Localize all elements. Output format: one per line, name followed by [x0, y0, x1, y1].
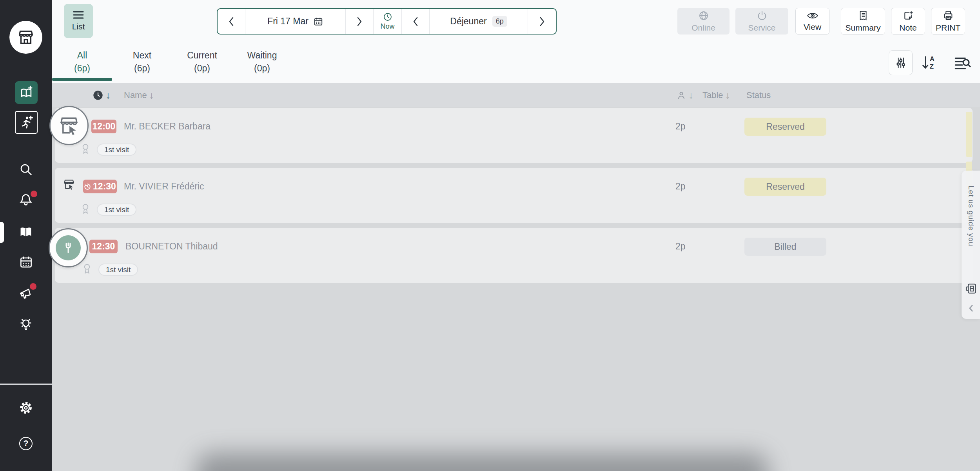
prev-service-button[interactable] [402, 9, 430, 34]
notification-dot [31, 191, 37, 197]
status-badge[interactable]: Reserved [744, 178, 826, 196]
medal-icon [82, 262, 93, 275]
time-label: 12:30 [92, 241, 115, 252]
name-header-label: Name [124, 90, 147, 100]
reservation-row[interactable]: 12:30 BOURNETON Thibaud 2p Billed 1st vi… [55, 228, 973, 283]
table-header-col[interactable]: Table ↓ [702, 90, 730, 101]
chevron-left-icon[interactable] [967, 303, 975, 313]
restaurant-logo[interactable] [9, 21, 42, 54]
tab-waiting[interactable]: Waiting (0p) [232, 43, 292, 80]
sort-button[interactable]: A Z [920, 54, 937, 71]
sort-arrow-icon: ↓ [726, 90, 730, 101]
next-day-button[interactable] [346, 9, 374, 34]
status-badge[interactable]: Reserved [744, 118, 826, 136]
service-covers-badge: 6p [492, 16, 507, 27]
reservation-app: { "topbar": { "list_label": "List", "dat… [0, 0, 980, 471]
sidebar: ? [0, 0, 52, 471]
online-button[interactable]: Online [677, 8, 730, 35]
sidebar-item-insights[interactable] [0, 316, 52, 332]
tab-label: Waiting [247, 50, 277, 61]
covers-header[interactable]: ↓ [676, 90, 693, 101]
sidebar-item-search[interactable] [0, 162, 52, 176]
add-walkin-button[interactable] [15, 111, 38, 134]
service-button[interactable]: Service [735, 8, 788, 35]
covers-value: 2p [675, 121, 686, 132]
active-tab-underline [52, 78, 112, 81]
tab-count: (6p) [74, 63, 90, 74]
online-label: Online [691, 23, 715, 33]
tab-current[interactable]: Current (0p) [172, 43, 232, 80]
sidebar-item-calendar[interactable] [0, 255, 52, 269]
current-date[interactable]: Fri 17 Mar [245, 9, 346, 34]
name-header[interactable]: Name ↓ [124, 90, 154, 101]
svg-text:Z: Z [930, 63, 934, 70]
tab-all[interactable]: All (6p) [52, 43, 112, 80]
calendar-icon [19, 255, 33, 269]
tab-label: Next [133, 50, 151, 61]
summary-label: Summary [846, 23, 881, 33]
reservation-row[interactable]: 12:30 Mr. VIVIER Frédéric 2p Reserved 1s… [55, 168, 973, 223]
sort-arrow-icon: ↓ [149, 90, 154, 101]
print-button[interactable]: PRINT [931, 8, 965, 35]
prev-day-button[interactable] [218, 9, 245, 34]
chevron-right-icon [539, 16, 545, 27]
search-list-button[interactable] [954, 55, 971, 71]
tab-next[interactable]: Next (6p) [112, 43, 172, 80]
time-badge: 12:00 [91, 120, 116, 133]
add-reservation-button[interactable] [15, 81, 38, 104]
thefork-icon [56, 235, 81, 260]
print-label: PRINT [936, 23, 960, 33]
guide-book-icon[interactable] [965, 283, 977, 295]
now-label: Now [380, 22, 394, 31]
service-label: Service [748, 23, 775, 33]
view-button[interactable]: View [795, 8, 829, 35]
hamburger-icon [73, 11, 84, 19]
status-edge-strip [966, 112, 972, 157]
guide-panel-label: Let us guide you [967, 185, 975, 246]
reservation-row[interactable]: 12:00 Mr. BECKER Barbara 2p Reserved 1st… [55, 108, 973, 163]
first-visit-tag: 1st visit [97, 204, 136, 216]
sidebar-item-marketing[interactable] [0, 286, 52, 300]
sidebar-item-help[interactable]: ? [0, 437, 52, 450]
globe-icon [698, 10, 709, 21]
sidebar-item-notifications[interactable] [0, 192, 52, 207]
help-icon: ? [19, 437, 33, 450]
status-header: Status [746, 90, 771, 100]
filter-button[interactable] [889, 50, 913, 75]
guide-panel[interactable]: Let us guide you [962, 171, 980, 319]
chevron-left-icon [228, 16, 234, 27]
sort-by-time-header[interactable]: ↓ [93, 90, 111, 101]
first-visit-tag: 1st visit [98, 264, 138, 276]
add-walkin-runner-icon [18, 115, 34, 130]
chevron-left-icon [412, 16, 419, 27]
time-badge: 12:30 [89, 240, 118, 253]
tab-count: (0p) [254, 63, 270, 74]
sidebar-item-settings[interactable] [0, 400, 52, 416]
late-clock-icon [84, 183, 91, 190]
note-button[interactable]: Note [891, 8, 925, 35]
time-label: 12:00 [93, 121, 116, 132]
now-button[interactable]: Now [374, 9, 402, 34]
sidebar-item-reservation-book[interactable] [0, 224, 52, 239]
guest-name: Mr. BECKER Barbara [124, 121, 211, 132]
eye-icon [807, 11, 818, 20]
list-view-button[interactable]: List [64, 4, 93, 38]
date-label: Fri 17 Mar [267, 16, 309, 27]
summary-button[interactable]: Summary [841, 8, 885, 35]
clock-icon [383, 12, 392, 22]
svg-text:A: A [930, 55, 935, 63]
filter-sliders-icon [895, 56, 907, 69]
person-icon [676, 90, 686, 100]
service-label: Déjeuner [450, 16, 486, 27]
medal-icon [80, 142, 91, 155]
calendar-icon [313, 16, 323, 27]
current-service[interactable]: Déjeuner 6p [430, 9, 528, 34]
view-label: View [804, 22, 821, 32]
status-badge[interactable]: Billed [744, 238, 826, 256]
next-service-button[interactable] [528, 9, 556, 34]
search-icon [19, 162, 33, 176]
tab-label: Current [187, 50, 217, 61]
first-visit-tag: 1st visit [97, 144, 136, 156]
notification-dot [30, 283, 36, 290]
guest-name: Mr. VIVIER Frédéric [124, 181, 204, 192]
